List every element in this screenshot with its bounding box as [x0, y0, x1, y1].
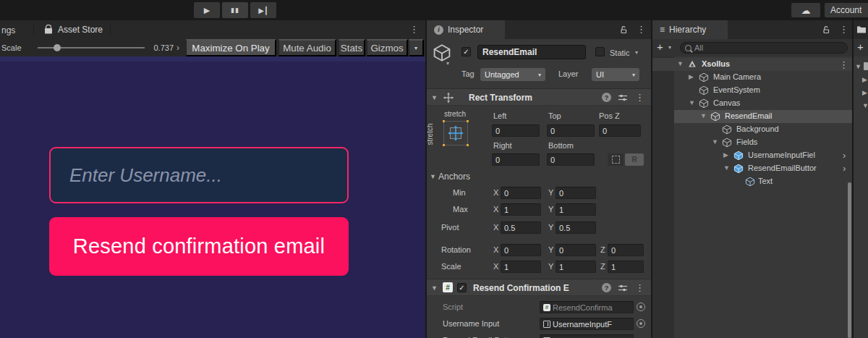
- stats-button[interactable]: Stats: [339, 39, 365, 56]
- gizmos-button[interactable]: Gizmos: [367, 39, 408, 56]
- hierarchy-scrollbar[interactable]: [848, 182, 851, 338]
- anchor-min-x-field[interactable]: 0: [501, 187, 541, 199]
- foldout-open-icon[interactable]: ▼: [855, 64, 861, 70]
- tree-item-text[interactable]: Text: [652, 175, 852, 188]
- tab-hierarchy[interactable]: ≡ Hierarchy: [652, 20, 728, 39]
- scene-header-xsollus[interactable]: ▼ Xsollus ⋮: [652, 58, 852, 71]
- create-asset-button[interactable]: +: [857, 41, 864, 53]
- scale-y-field[interactable]: 1: [556, 261, 596, 273]
- scale-z-field[interactable]: 1: [608, 261, 644, 273]
- play-button[interactable]: ▶: [194, 2, 220, 18]
- script-object-field[interactable]: # ResendConfirma: [540, 301, 634, 313]
- tree-item-fields[interactable]: ▼ Fields: [652, 136, 852, 149]
- layer-dropdown[interactable]: UI ▾: [592, 68, 639, 81]
- tree-item-canvas[interactable]: ▼ Canvas: [652, 97, 852, 110]
- tag-dropdown[interactable]: Untagged ▾: [480, 68, 545, 81]
- tree-item-main-camera[interactable]: ▶ Main Camera: [652, 71, 852, 84]
- gameobject-active-checkbox[interactable]: ✓: [461, 47, 471, 56]
- tree-item-resendemailbutton[interactable]: ▼ ResendEmailButtor ›: [652, 162, 852, 175]
- anchor-preset-widget[interactable]: [443, 120, 469, 146]
- create-dropdown-caret[interactable]: ▾: [668, 45, 671, 51]
- prefab-open-arrow[interactable]: ›: [843, 163, 846, 174]
- anchor-max-y-field[interactable]: 1: [556, 203, 596, 216]
- scale-x-field[interactable]: 1: [501, 261, 541, 273]
- presets-icon[interactable]: [618, 283, 628, 293]
- right-field[interactable]: 0: [492, 153, 540, 166]
- foldout-closed-icon[interactable]: ▶: [862, 90, 867, 96]
- foldout-closed-icon[interactable]: ▶: [723, 152, 728, 159]
- username-input[interactable]: [51, 148, 347, 202]
- tree-item-eventsystem[interactable]: EventSystem: [652, 84, 852, 97]
- anchors-foldout-icon[interactable]: ▼: [430, 174, 436, 180]
- component-menu-icon[interactable]: ⋮: [635, 283, 644, 292]
- blueprint-mode-button[interactable]: [608, 153, 624, 166]
- hierarchy-menu-icon[interactable]: ⋮: [839, 25, 848, 34]
- tree-item-background[interactable]: Background: [652, 123, 852, 136]
- foldout-open-icon[interactable]: ▼: [712, 139, 718, 145]
- left-field[interactable]: 0: [492, 124, 540, 137]
- scale-z-value: 1: [611, 263, 616, 271]
- tab-partial-settings[interactable]: ngs: [1, 25, 15, 35]
- tree-item-usernameinputfield[interactable]: ▶ UsernameInputFiel ›: [652, 149, 852, 162]
- username-input-box[interactable]: [49, 147, 349, 203]
- raw-edit-mode-button[interactable]: R: [625, 153, 644, 166]
- pivot-x-field[interactable]: 0.5: [501, 221, 541, 234]
- foldout-open-icon[interactable]: ▼: [700, 113, 707, 119]
- static-checkbox[interactable]: [595, 47, 605, 56]
- rotation-z-field[interactable]: 0: [608, 244, 644, 256]
- create-object-button[interactable]: +: [657, 41, 663, 53]
- maximize-on-play-button[interactable]: Maximize On Play: [186, 39, 276, 56]
- step-button[interactable]: ▶┃: [250, 2, 276, 18]
- object-picker-icon[interactable]: [637, 319, 645, 328]
- foldout-open-icon[interactable]: ▼: [689, 100, 695, 106]
- script-component-header[interactable]: ▼ # ✓ Resend Confirmation E ? ⋮: [427, 279, 651, 296]
- scale-expander-icon[interactable]: ›: [176, 43, 179, 53]
- foldout-open-icon[interactable]: ▼: [723, 165, 730, 172]
- foldout-closed-icon[interactable]: ▶: [689, 74, 694, 80]
- component-menu-icon[interactable]: ⋮: [635, 93, 644, 102]
- cloud-button[interactable]: ☁: [791, 3, 820, 17]
- posz-field[interactable]: 0: [599, 124, 641, 137]
- foldout-closed-icon[interactable]: ▶: [862, 77, 867, 83]
- hierarchy-search[interactable]: All: [680, 42, 848, 54]
- foldout-open-icon[interactable]: ▼: [862, 103, 868, 109]
- tab-asset-store[interactable]: Asset Store: [38, 20, 109, 39]
- scale-value[interactable]: 0.737: [143, 43, 174, 52]
- foldout-open-icon[interactable]: ▼: [677, 61, 684, 67]
- gameobject-icon-caret[interactable]: ▾: [446, 61, 449, 67]
- bottom-field[interactable]: 0: [547, 153, 595, 166]
- object-picker-icon[interactable]: [637, 303, 645, 311]
- help-icon[interactable]: ?: [602, 283, 611, 292]
- help-icon[interactable]: ?: [602, 93, 611, 102]
- scale-slider-knob[interactable]: [54, 44, 61, 51]
- account-button[interactable]: Account: [825, 3, 868, 17]
- component-enabled-checkbox[interactable]: ✓: [457, 283, 467, 292]
- gameobject-name-field[interactable]: ResendEmail: [477, 45, 586, 59]
- scene-menu-icon[interactable]: ⋮: [839, 60, 848, 69]
- foldout-open-icon[interactable]: ▼: [431, 95, 438, 101]
- resend-email-button[interactable]: Resend confirmation email: [49, 217, 349, 276]
- prefab-open-arrow[interactable]: ›: [843, 150, 846, 161]
- resend-button-object-field[interactable]: ResendEmailButt: [540, 334, 634, 338]
- anchor-min-y-field[interactable]: 0: [556, 187, 596, 199]
- pause-button[interactable]: ▮▮: [222, 2, 248, 18]
- static-dropdown-caret[interactable]: ▾: [635, 50, 638, 56]
- presets-icon[interactable]: [618, 93, 628, 103]
- foldout-open-icon[interactable]: ▼: [431, 285, 438, 292]
- top-field[interactable]: 0: [547, 124, 595, 137]
- pivot-y-field[interactable]: 0.5: [556, 221, 596, 234]
- mute-audio-button[interactable]: Mute Audio: [278, 39, 336, 56]
- anchor-max-x-field[interactable]: 1: [501, 203, 541, 216]
- rotation-y-field[interactable]: 0: [556, 244, 596, 256]
- rect-transform-header[interactable]: ▼ Rect Transform ? ⋮: [427, 88, 651, 106]
- rotation-x-field[interactable]: 0: [501, 244, 541, 256]
- lock-icon[interactable]: [619, 25, 628, 34]
- inspector-menu-icon[interactable]: ⋮: [637, 25, 646, 34]
- lock-icon[interactable]: [822, 25, 830, 34]
- gizmos-dropdown-button[interactable]: ▾: [409, 39, 424, 56]
- tab-inspector[interactable]: i Inspector: [427, 20, 505, 39]
- folder-icon[interactable]: [856, 25, 867, 34]
- username-input-object-field[interactable]: UsernameInputF: [540, 318, 634, 330]
- game-panel-menu-icon[interactable]: ⋮: [409, 25, 419, 34]
- tree-item-resendemail-selected[interactable]: ▼ ResendEmail: [652, 110, 852, 123]
